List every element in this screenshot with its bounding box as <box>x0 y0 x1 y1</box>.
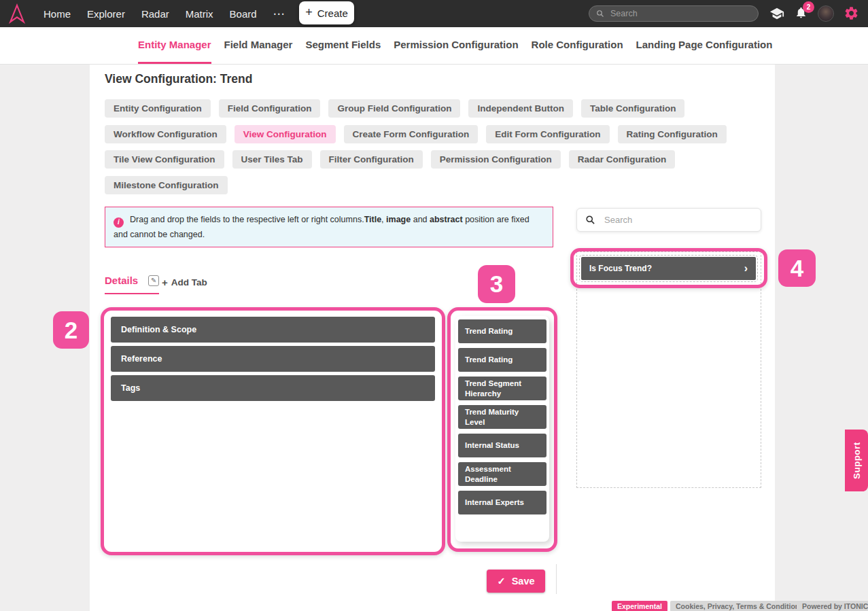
annotation-badge-2: 2 <box>53 311 89 349</box>
chip-field-configuration[interactable]: Field Configuration <box>219 99 321 118</box>
main-menu: Home Explorer Radar Matrix Board ⋯ <box>44 7 286 21</box>
fields-search <box>576 208 761 232</box>
chip-permission-configuration[interactable]: Permission Configuration <box>431 150 561 169</box>
chip-group-field-configuration[interactable]: Group Field Configuration <box>328 99 460 118</box>
add-tab-button[interactable]: + Add Tab <box>162 277 207 288</box>
config-chips-row-2: Workflow Configuration View Configuratio… <box>105 125 727 143</box>
tab-entity-manager[interactable]: Entity Manager <box>138 27 211 64</box>
alert-bold-abstract: abstract <box>430 215 463 224</box>
annotation-badge-3: 3 <box>478 265 515 303</box>
user-avatar[interactable] <box>818 5 834 22</box>
global-search-input[interactable] <box>609 8 751 19</box>
field-item[interactable]: Trend Maturity Level <box>458 405 546 429</box>
logo-arrow-icon <box>8 3 26 24</box>
drag-drop-info-alert: iDrag and drop the fields to the respect… <box>105 207 553 247</box>
field-item[interactable]: Definition & Scope <box>111 317 435 343</box>
annotation-badge-4: 4 <box>778 249 816 287</box>
tab-landing-page-configuration[interactable]: Landing Page Configuration <box>636 27 773 64</box>
field-item-is-focus-trend[interactable]: Is Focus Trend? › <box>581 257 756 280</box>
config-chips-row-4: Milestone Configuration <box>105 176 228 194</box>
chevron-right-icon: › <box>744 263 748 274</box>
nav-item-board[interactable]: Board <box>230 8 257 20</box>
nav-item-radar[interactable]: Radar <box>141 8 169 20</box>
alert-bold-image: image <box>386 215 411 224</box>
top-navbar: Home Explorer Radar Matrix Board ⋯ + Cre… <box>0 0 868 27</box>
support-tab[interactable]: Support <box>845 430 868 491</box>
search-icon <box>585 215 595 225</box>
nav-item-matrix[interactable]: Matrix <box>186 8 213 20</box>
alert-bold-title: Title <box>364 215 381 224</box>
edit-tab-icon[interactable]: ✎ <box>148 275 159 286</box>
chip-independent-button[interactable]: Independent Button <box>468 99 572 118</box>
right-fields-column[interactable]: Trend Rating Trend Rating Trend Segment … <box>455 316 549 542</box>
info-icon: i <box>114 217 124 228</box>
create-button[interactable]: + Create <box>299 1 354 24</box>
notification-count-badge: 2 <box>803 1 814 13</box>
nav-overflow-menu[interactable]: ⋯ <box>273 7 286 21</box>
field-item[interactable]: Internal Status <box>458 434 546 457</box>
cookies-privacy-terms-link[interactable]: Cookies, Privacy, Terms & Conditions <box>670 601 809 611</box>
tab-segment-fields[interactable]: Segment Fields <box>305 27 381 64</box>
chip-filter-configuration[interactable]: Filter Configuration <box>320 150 423 169</box>
save-button[interactable]: ✓ Save <box>487 570 545 593</box>
page-title: View Configuration: Trend <box>105 72 252 86</box>
check-icon: ✓ <box>497 576 505 587</box>
global-search <box>589 5 759 22</box>
chip-edit-form-configuration[interactable]: Edit Form Configuration <box>486 125 609 143</box>
chip-user-tiles-tab[interactable]: User Tiles Tab <box>232 150 312 169</box>
itonics-logo[interactable] <box>7 2 27 25</box>
experimental-badge: Experimental <box>612 601 667 611</box>
nav-item-home[interactable]: Home <box>44 8 71 20</box>
chip-workflow-configuration[interactable]: Workflow Configuration <box>105 125 226 143</box>
config-chips-row-3: Tile View Configuration User Tiles Tab F… <box>105 150 675 169</box>
create-button-label: Create <box>317 7 348 19</box>
chip-table-configuration[interactable]: Table Configuration <box>581 99 685 118</box>
add-tab-label: Add Tab <box>171 277 207 287</box>
left-fields-column[interactable]: Definition & Scope Reference Tags <box>111 317 435 401</box>
admin-tabbar: Entity Manager Field Manager Segment Fie… <box>0 27 868 65</box>
save-button-label: Save <box>512 576 535 587</box>
field-item[interactable]: Trend Rating <box>458 348 546 372</box>
annotation-box-right-column: Trend Rating Trend Rating Trend Segment … <box>447 307 557 552</box>
column-divider <box>556 564 557 594</box>
settings-gear-icon[interactable] <box>844 5 859 24</box>
field-item[interactable]: Reference <box>111 346 435 372</box>
tab-permission-configuration[interactable]: Permission Configuration <box>394 27 518 64</box>
field-item[interactable]: Internal Experts <box>458 491 546 514</box>
details-tab-label[interactable]: Details <box>105 275 138 286</box>
powered-by-itonics-link[interactable]: Powered by ITONICS <box>797 601 868 611</box>
chip-rating-configuration[interactable]: Rating Configuration <box>618 125 727 143</box>
field-item[interactable]: Assessment Deadline <box>458 462 546 486</box>
field-item[interactable]: Trend Rating <box>458 319 546 343</box>
alert-text: Drag and drop the fields to the respecti… <box>130 215 364 224</box>
config-chips-row-1: Entity Configuration Field Configuration… <box>105 99 684 118</box>
chip-milestone-configuration[interactable]: Milestone Configuration <box>105 176 228 194</box>
chip-create-form-configuration[interactable]: Create Form Configuration <box>344 125 479 143</box>
field-item[interactable]: Tags <box>111 375 435 401</box>
search-icon <box>596 10 604 18</box>
annotation-box-left-column: Definition & Scope Reference Tags <box>101 307 445 555</box>
notifications-button[interactable]: 2 <box>795 5 808 22</box>
chip-view-configuration[interactable]: View Configuration <box>235 125 336 143</box>
field-item[interactable]: Trend Segment Hierarchy <box>458 377 546 400</box>
tab-role-configuration[interactable]: Role Configuration <box>532 27 623 64</box>
view-tab-details[interactable]: Details ✎ <box>105 275 159 294</box>
plus-icon: + <box>162 277 168 288</box>
chip-entity-configuration[interactable]: Entity Configuration <box>105 99 211 118</box>
academy-icon[interactable] <box>769 6 784 24</box>
chip-tile-view-configuration[interactable]: Tile View Configuration <box>105 150 224 169</box>
chip-radar-configuration[interactable]: Radar Configuration <box>569 150 676 169</box>
fields-search-input[interactable] <box>603 214 752 226</box>
tab-field-manager[interactable]: Field Manager <box>224 27 293 64</box>
nav-item-explorer[interactable]: Explorer <box>87 8 125 20</box>
plus-icon: + <box>305 6 313 18</box>
